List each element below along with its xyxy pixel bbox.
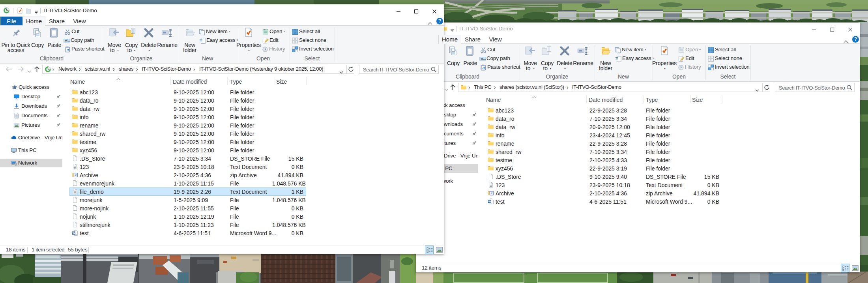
svg-text:Z: Z: [75, 173, 77, 177]
svg-text:W: W: [488, 200, 491, 203]
svg-text:W: W: [72, 231, 75, 235]
svg-text:Z: Z: [490, 191, 492, 195]
